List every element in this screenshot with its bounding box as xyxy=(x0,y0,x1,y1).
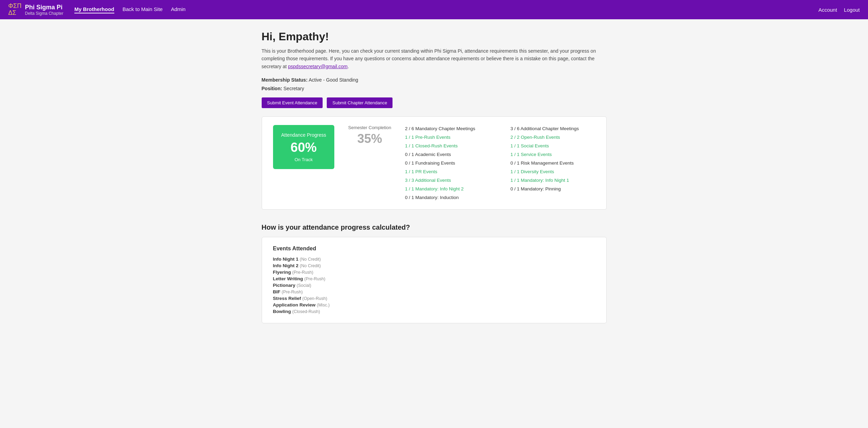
list-item: Bowling (Closed-Rush) xyxy=(273,308,595,315)
brand: ΦΣΠΔΣ Phi Sigma Pi Delta Sigma Chapter xyxy=(8,3,63,17)
stat-item: 1 / 1 PR Events xyxy=(405,168,490,175)
stat-item: 1 / 1 Diversity Events xyxy=(510,168,595,175)
membership-status: Membership Status: Active - Good Standin… xyxy=(262,76,607,93)
brand-chapter: Delta Sigma Chapter xyxy=(25,11,63,16)
button-row: Submit Event Attendance Submit Chapter A… xyxy=(262,97,607,108)
main-content: Hi, Empathy! This is your Brotherhood pa… xyxy=(253,30,615,323)
stat-item: 1 / 1 Social Events xyxy=(510,142,595,149)
list-item: Pictionary (Social) xyxy=(273,282,595,289)
brand-text: Phi Sigma Pi Delta Sigma Chapter xyxy=(25,4,63,16)
brand-logo-icon: ΦΣΠΔΣ xyxy=(8,3,22,17)
stat-item: 0 / 1 Fundraising Events xyxy=(405,159,490,167)
events-card: Events Attended Info Night 1 (No Credit)… xyxy=(262,237,607,323)
nav-back-to-main[interactable]: Back to Main Site xyxy=(123,6,163,13)
membership-status-line: Membership Status: Active - Good Standin… xyxy=(262,76,607,84)
semester-completion: Semester Completion 35% xyxy=(348,125,391,146)
stat-item: 1 / 1 Mandatory: Info Night 2 xyxy=(405,185,490,192)
list-item: Stress Relief (Open-Rush) xyxy=(273,295,595,302)
stat-item: 3 / 3 Additional Events xyxy=(405,177,490,184)
navbar-right: Account Logout xyxy=(818,7,860,13)
list-item: Info Night 2 (No Credit) xyxy=(273,262,595,269)
attendance-card: Attendance Progress 60% On Track Semeste… xyxy=(262,116,607,210)
stat-item: 2 / 6 Mandatory Chapter Meetings xyxy=(405,125,490,132)
progress-box-label: Attendance Progress xyxy=(281,132,326,138)
stat-item: 1 / 1 Service Events xyxy=(510,151,595,158)
stat-item: 1 / 1 Closed-Rush Events xyxy=(405,142,490,149)
stat-item: 3 / 6 Additional Chapter Meetings xyxy=(510,125,595,132)
progress-percent: 60% xyxy=(281,140,326,155)
stat-item: 0 / 1 Academic Events xyxy=(405,151,490,158)
stat-item: 2 / 2 Open-Rush Events xyxy=(510,134,595,141)
greeting: Hi, Empathy! xyxy=(262,30,607,43)
list-item: Flyering (Pre-Rush) xyxy=(273,269,595,275)
secretary-email-link[interactable]: pspdssecretary@gmail.com xyxy=(288,64,348,69)
nav-my-brotherhood[interactable]: My Brotherhood xyxy=(74,6,114,13)
stats-grid: 2 / 6 Mandatory Chapter Meetings3 / 6 Ad… xyxy=(405,125,595,201)
events-attended-title: Events Attended xyxy=(273,246,595,252)
progress-status: On Track xyxy=(281,157,326,162)
nav-account[interactable]: Account xyxy=(818,7,837,13)
position-line: Position: Secretary xyxy=(262,84,607,93)
brand-name: Phi Sigma Pi xyxy=(25,4,63,11)
list-item: Application Review (Misc.) xyxy=(273,302,595,308)
list-item: Letter Writing (Pre-Rush) xyxy=(273,275,595,282)
list-item: BIF (Pre-Rush) xyxy=(273,289,595,295)
stat-item: 1 / 1 Pre-Rush Events xyxy=(405,134,490,141)
intro-text: This is your Brotherhood page. Here, you… xyxy=(262,47,607,70)
navbar: ΦΣΠΔΣ Phi Sigma Pi Delta Sigma Chapter M… xyxy=(0,0,868,19)
navbar-links: My Brotherhood Back to Main Site Admin xyxy=(74,6,186,13)
submit-chapter-attendance-button[interactable]: Submit Chapter Attendance xyxy=(327,97,393,108)
stat-item: 0 / 1 Mandatory: Induction xyxy=(405,194,490,201)
stat-item: 0 / 1 Risk Management Events xyxy=(510,159,595,167)
progress-box: Attendance Progress 60% On Track xyxy=(273,125,335,169)
events-list: Info Night 1 (No Credit)Info Night 2 (No… xyxy=(273,256,595,315)
semester-completion-percent: 35% xyxy=(357,132,382,146)
nav-admin[interactable]: Admin xyxy=(171,6,186,13)
navbar-left: ΦΣΠΔΣ Phi Sigma Pi Delta Sigma Chapter M… xyxy=(8,3,186,17)
how-section-title: How is your attendance progress calculat… xyxy=(262,223,607,231)
submit-event-attendance-button[interactable]: Submit Event Attendance xyxy=(262,97,323,108)
nav-logout[interactable]: Logout xyxy=(844,7,860,13)
list-item: Info Night 1 (No Credit) xyxy=(273,256,595,262)
stat-item: 1 / 1 Mandatory: Info Night 1 xyxy=(510,177,595,184)
stat-item: 0 / 1 Mandatory: Pinning xyxy=(510,185,595,192)
semester-completion-label: Semester Completion xyxy=(348,125,391,130)
